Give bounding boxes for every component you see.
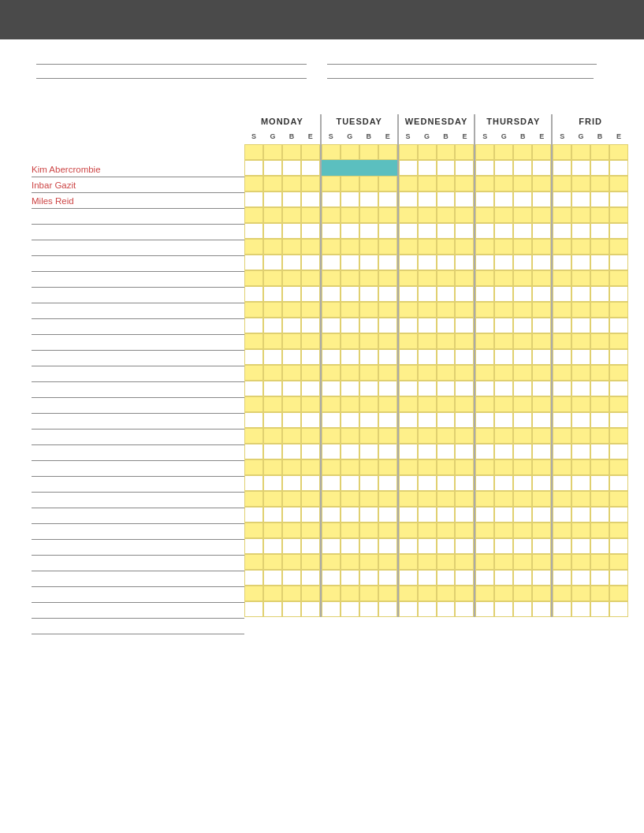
grid-cell [263, 475, 282, 491]
day-cells [474, 586, 551, 601]
grid-cell [475, 239, 494, 255]
grid-cell [590, 349, 609, 365]
grid-cell [341, 239, 359, 255]
grid-cell [475, 270, 494, 286]
day-cells [244, 302, 320, 318]
grid-cell [359, 554, 378, 570]
grid-cell [341, 333, 359, 349]
grid-cell [553, 459, 571, 475]
grid-cell [359, 349, 378, 365]
grid-cell [322, 239, 341, 255]
day-cells [474, 239, 551, 255]
day-cells [474, 349, 551, 365]
student-empty [32, 524, 244, 540]
sub-label-3-1: G [494, 128, 513, 144]
day-cells [551, 223, 628, 239]
grid-cell [263, 507, 282, 522]
student-empty [32, 540, 244, 556]
grid-cell [590, 444, 609, 459]
grid-cell [455, 318, 474, 333]
student-row [32, 319, 244, 335]
day-cells [397, 428, 475, 444]
main-content: Kim AbercrombieInbar GazitMiles Reid MON… [0, 114, 644, 634]
grid-cell [571, 570, 590, 586]
day-cells [397, 302, 475, 318]
grid-cell [378, 586, 397, 601]
grid-cell [378, 507, 397, 522]
grid-cell [455, 554, 474, 570]
grid-cell [590, 554, 609, 570]
teacher-field [322, 52, 613, 65]
grid-cell [244, 396, 263, 412]
grid-cell [475, 286, 494, 302]
grid-row [244, 192, 628, 207]
grid-cell [359, 270, 378, 286]
grid-cell [341, 396, 359, 412]
grid-cell [263, 601, 282, 617]
grid-cell [590, 255, 609, 270]
info-row-1 [32, 52, 612, 65]
grid-cell [263, 522, 282, 538]
sub-labels-2: SGBE [399, 128, 475, 144]
grid-cell [341, 538, 359, 554]
grid-cell [590, 270, 609, 286]
student-col-header [32, 114, 244, 144]
grid-cell [378, 570, 397, 586]
grid-cell [494, 176, 513, 192]
student-empty [32, 209, 244, 225]
grid-cell [418, 554, 437, 570]
grid-cell [553, 286, 571, 302]
student-empty [32, 556, 244, 571]
other-field [322, 66, 613, 79]
grid-cell [301, 507, 320, 522]
grid-cell [494, 522, 513, 538]
day-cells [551, 507, 628, 522]
grid-row [244, 570, 628, 586]
grid-cell [341, 507, 359, 522]
day-cells [474, 428, 551, 444]
grid-cell [553, 554, 571, 570]
grid-cell [282, 207, 301, 223]
grid-cell [301, 601, 320, 617]
student-row [32, 493, 244, 508]
grid-cell [475, 176, 494, 192]
day-cells [320, 475, 397, 491]
grid-cell [609, 239, 628, 255]
grid-cell [301, 302, 320, 318]
grid-cell [378, 223, 397, 239]
grid-cell [532, 601, 551, 617]
grid-cell [455, 522, 474, 538]
grid-cell [301, 333, 320, 349]
grid-cell [301, 239, 320, 255]
grid-cell [263, 318, 282, 333]
day-cells [397, 207, 475, 223]
grid-cell [571, 475, 590, 491]
grid-cell [322, 144, 341, 160]
grid-cell [378, 207, 397, 223]
grid-cell [553, 412, 571, 428]
grid-cell [341, 459, 359, 475]
sub-label-4-3: E [609, 128, 628, 144]
grid-cell [571, 396, 590, 412]
grid-cell [301, 207, 320, 223]
day-cells [244, 601, 320, 617]
grid-cell [322, 365, 341, 381]
student-row [32, 461, 244, 477]
day-cells [397, 333, 475, 349]
grid-cell [418, 349, 437, 365]
grid-cell [322, 444, 341, 459]
day-cells [397, 223, 475, 239]
teacher-line [327, 52, 597, 65]
grid-cell [282, 538, 301, 554]
grid-cell [341, 302, 359, 318]
student-empty [32, 366, 244, 382]
grid-cell [341, 522, 359, 538]
grid-cell [378, 459, 397, 475]
grid-cell [378, 160, 397, 176]
day-cells [244, 160, 320, 176]
grid-cell [590, 160, 609, 176]
grid-cell [359, 192, 378, 207]
day-cells [320, 270, 397, 286]
student-row [32, 209, 244, 225]
grid-cell [513, 412, 532, 428]
